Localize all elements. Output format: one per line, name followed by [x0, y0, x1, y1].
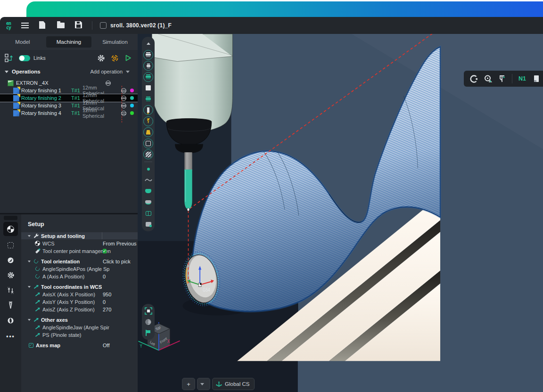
- tab-machining[interactable]: Machining: [46, 36, 91, 48]
- workpiece-icon: [146, 141, 151, 146]
- run-play-icon[interactable]: [124, 54, 132, 62]
- setup-row-value[interactable]: Click to pick: [103, 259, 131, 264]
- setup-row-value[interactable]: 270: [103, 307, 111, 312]
- surface-display-button[interactable]: [143, 186, 154, 196]
- machine-full-button[interactable]: [143, 50, 153, 60]
- fixture-button[interactable]: [143, 94, 154, 104]
- operations-title: Operations: [12, 69, 41, 74]
- add-operation-button[interactable]: Add operation: [90, 69, 133, 74]
- status-circle-icon[interactable]: [121, 111, 126, 116]
- status-circle-icon[interactable]: [121, 96, 126, 101]
- machine-icon: [146, 54, 151, 56]
- setup-row-axisx[interactable]: AxisX (Axis X Position) 950: [21, 291, 138, 298]
- checkbox-checked-icon[interactable]: ✓: [103, 249, 107, 253]
- nc-code-label: N1: [518, 75, 526, 82]
- tool-display-button[interactable]: [143, 105, 153, 115]
- setup-row-ps[interactable]: PS (Pinole state): [21, 331, 138, 338]
- stock-button[interactable]: [143, 83, 154, 93]
- status-circle-icon[interactable]: [106, 81, 111, 86]
- rail-more-button[interactable]: •••: [3, 329, 18, 343]
- status-circle-icon[interactable]: [121, 88, 126, 93]
- caliper-button[interactable]: [496, 73, 508, 85]
- setup-row-axes-map[interactable]: ✓ Axes map Off: [21, 342, 138, 349]
- add-operation-label: Add operation: [90, 69, 123, 74]
- setup-row-axisz[interactable]: AxisZ (Axis Z Position) 270: [21, 306, 138, 313]
- setup-row-axisy[interactable]: AxisY (Axis Y Position) 0: [21, 298, 138, 305]
- machine-active-button[interactable]: [143, 72, 153, 82]
- global-cs-button[interactable]: Global CS: [212, 378, 255, 390]
- fit-view-button[interactable]: [143, 306, 154, 316]
- rail-tool-button[interactable]: [3, 298, 18, 312]
- document-state-icon[interactable]: [100, 22, 107, 29]
- cs-dropdown-button[interactable]: [197, 378, 210, 390]
- 3d-viewport[interactable]: G54: [138, 34, 543, 392]
- material-button[interactable]: [143, 149, 153, 159]
- fixture-icon: [146, 98, 151, 100]
- tool-shank-button[interactable]: [143, 116, 153, 126]
- simulate-sync-icon[interactable]: [111, 54, 119, 62]
- setup-row-value[interactable]: Off: [103, 343, 109, 348]
- rail-settings-button[interactable]: [3, 268, 18, 282]
- rail-selection-button[interactable]: [3, 238, 18, 252]
- main-menu-icon[interactable]: [21, 23, 29, 28]
- mode-tabs: Model Machining Simulation: [0, 34, 138, 50]
- setup-row-axis-a[interactable]: A (Axis A Position) 0: [21, 273, 138, 280]
- point-display-button[interactable]: [143, 164, 154, 174]
- setup-row-label: WCS: [42, 241, 55, 246]
- new-file-button[interactable]: [39, 21, 48, 30]
- machine-head-button[interactable]: [143, 61, 153, 71]
- machine-scene: G54: [138, 34, 543, 392]
- holder-button[interactable]: [143, 127, 153, 137]
- grid-display-button[interactable]: [143, 208, 154, 218]
- setup-section-tool-orientation[interactable]: Tool orientation Click to pick: [21, 258, 138, 265]
- tab-simulation[interactable]: Simulation: [92, 35, 138, 49]
- links-toggle[interactable]: [19, 55, 30, 61]
- setup-section-tooling[interactable]: Setup and tooling: [21, 232, 138, 239]
- cutting-tool[interactable]: [184, 152, 192, 211]
- rail-limits-button[interactable]: [3, 283, 18, 297]
- report-sheet-button[interactable]: [530, 73, 543, 85]
- mesh-display-button[interactable]: [143, 197, 154, 207]
- save-button[interactable]: [75, 21, 83, 30]
- toolbar-separator: [512, 74, 512, 83]
- nc-code-button[interactable]: N1: [516, 73, 528, 85]
- setup-section-tool-coordinates[interactable]: Tool coordinates in WCS: [21, 283, 138, 290]
- workpiece-button[interactable]: [143, 139, 153, 148]
- operation-color-dot: [130, 111, 134, 115]
- setup-row-value[interactable]: 0: [103, 299, 106, 305]
- setup-row-value[interactable]: From Previous: [103, 241, 137, 246]
- setup-row-value[interactable]: 0: [103, 274, 106, 279]
- snap-button[interactable]: [468, 73, 480, 85]
- operations-header[interactable]: Operations Add operation: [0, 66, 138, 77]
- operation-tool-desc: 12mm Spherical: [82, 107, 119, 119]
- setup-row-anglespindlejaw[interactable]: AngleSpindleJaw (Angle Spir: [21, 324, 138, 331]
- setup-row-tcp[interactable]: Tool center point managemen ✓: [21, 247, 138, 254]
- machine-group-icon: [8, 80, 14, 86]
- rail-rotary-button[interactable]: [3, 313, 18, 327]
- status-circle-icon[interactable]: [121, 103, 126, 108]
- shading-mode-button[interactable]: [143, 317, 154, 327]
- setup-row-anglespindleapos[interactable]: AngleSpindleAPos (Angle Sp: [21, 265, 138, 272]
- scroll-up-button[interactable]: [143, 39, 154, 49]
- flag-marker-button[interactable]: [143, 328, 154, 338]
- rail-gauge-button[interactable]: [3, 253, 18, 267]
- material-hatch-icon: [146, 152, 151, 157]
- link-nodes-icon[interactable]: [5, 54, 14, 62]
- setup-row-label: Axes map: [36, 343, 60, 348]
- measure-button[interactable]: [482, 73, 494, 85]
- setup-row-label: PS (Pinole state): [42, 332, 82, 338]
- setup-row-checkbox[interactable]: ✓: [103, 248, 107, 254]
- settings-gear-icon[interactable]: [97, 54, 105, 62]
- setup-row-value[interactable]: 950: [103, 292, 111, 297]
- add-cs-button[interactable]: +: [182, 378, 195, 390]
- tab-model[interactable]: Model: [0, 35, 45, 49]
- app-logo[interactable]: en cy: [2, 19, 15, 32]
- operation-tool: T#1: [71, 88, 82, 93]
- rail-wcs-button[interactable]: [3, 222, 18, 236]
- operation-row-4[interactable]: Rotary finishing 4 T#1 12mm Spherical: [0, 109, 138, 117]
- open-file-button[interactable]: [57, 21, 66, 30]
- setup-section-other-axes[interactable]: Other axes: [21, 316, 138, 323]
- snapshot-button[interactable]: [143, 220, 154, 229]
- toolpath-curve-button[interactable]: [143, 175, 154, 185]
- setup-row-wcs[interactable]: WCS From Previous: [21, 240, 138, 247]
